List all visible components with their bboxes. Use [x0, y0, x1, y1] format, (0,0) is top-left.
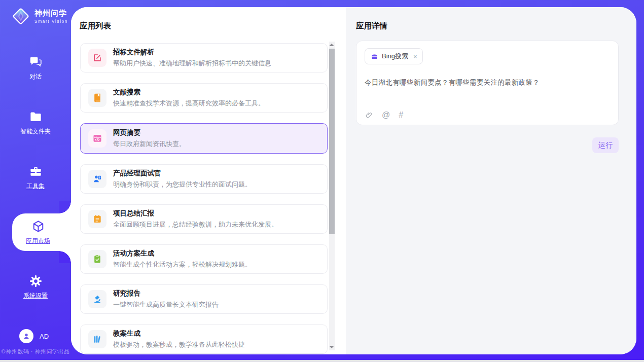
app-card-description: 帮助用户快速、准确地理解和解析招标书中的关键信息 [113, 59, 271, 68]
tool-tag-label: Bing搜索 [382, 52, 408, 61]
hash-icon[interactable]: # [399, 111, 403, 119]
main-content: 应用列表 招标文件解析 帮助用户快速、准确地理解和解析招标书中的关键信息 文献搜… [71, 7, 636, 354]
brand-logo: 神州问学 Smart Vision [0, 0, 71, 26]
app-card-title: 项目总结汇报 [113, 209, 278, 218]
sidebar-item-label: 系统设置 [23, 292, 48, 300]
user-account[interactable]: AD [19, 329, 49, 343]
tool-tag-bing-search[interactable]: Bing搜索 × [365, 48, 423, 64]
chat-icon [29, 55, 43, 69]
edit-square-icon [88, 49, 106, 67]
app-card-title: 文献搜索 [113, 88, 265, 97]
app-card[interactable]: 项目总结汇报 全面回顾项目进展，总结经验教训，助力未来优化发展。 [80, 204, 328, 234]
app-card[interactable]: 招标文件解析 帮助用户快速、准确地理解和解析招标书中的关键信息 [80, 43, 328, 73]
clipboard-check-icon [88, 250, 106, 268]
sidebar: 神州问学 Smart Vision 对话 智能文件夹 工具集 [0, 0, 71, 360]
app-card[interactable]: 教案生成 模板驱动，教案秒成，教学准备从此轻松快捷 [80, 324, 328, 354]
app-detail-title: 应用详情 [356, 21, 387, 31]
run-button[interactable]: 运行 [592, 137, 619, 153]
app-card-description: 明确身份和职责，为您提供专业性的面试问题。 [113, 180, 252, 189]
folder-icon [29, 110, 43, 124]
app-card-title: 教案生成 [113, 329, 245, 338]
sidebar-item-chat[interactable]: 对话 [0, 49, 71, 87]
app-card-description: 模板驱动，教案秒成，教学准备从此轻松快捷 [113, 340, 245, 349]
brand-diamond-icon [11, 7, 30, 26]
scroll-down-arrow-icon[interactable] [329, 346, 334, 348]
at-icon[interactable]: @ [382, 111, 390, 119]
cube-icon [31, 220, 45, 233]
app-card-title: 活动方案生成 [113, 249, 252, 258]
close-icon[interactable]: × [413, 53, 417, 60]
app-card[interactable]: 网页摘要 每日政府新闻资讯快查。 [80, 123, 328, 154]
person-icon [22, 332, 31, 341]
app-card-title: 研究报告 [113, 289, 219, 298]
copyright-text: ©神州数码 · 神州问学出品 [0, 348, 71, 355]
bottom-strip [0, 360, 644, 362]
sidebar-item-label: 智能文件夹 [20, 127, 51, 136]
brand-subtitle: Smart Vision [34, 19, 68, 24]
interviewer-icon [88, 170, 106, 188]
app-card-title: 产品经理面试官 [113, 169, 252, 178]
book-icon [88, 89, 106, 107]
scrollbar[interactable] [329, 42, 335, 350]
gear-icon [29, 274, 43, 288]
app-card-description: 智能生成个性化活动方案，轻松解决规划难题。 [113, 260, 252, 269]
brand-name: 神州问学 [34, 9, 68, 18]
sidebar-nav: 对话 智能文件夹 工具集 应用市场 [0, 49, 71, 323]
app-detail-panel: 应用详情 Bing搜索 × 今日湖北有哪些新闻要点？有哪些需要关注的最新政策？ … [346, 7, 636, 354]
sidebar-item-app-market[interactable]: 应用市场 [12, 213, 71, 251]
sidebar-item-label: 对话 [29, 73, 42, 81]
sidebar-item-smart-folders[interactable]: 智能文件夹 [0, 104, 71, 141]
toolbox-icon [29, 165, 43, 178]
app-card-description: 每日政府新闻资讯快查。 [113, 139, 186, 149]
avatar [19, 329, 33, 343]
user-name: AD [40, 333, 49, 340]
app-card-list: 招标文件解析 帮助用户快速、准确地理解和解析招标书中的关键信息 文献搜索 快速精… [80, 43, 328, 354]
report-note-icon [88, 210, 106, 228]
sidebar-item-toolset[interactable]: 工具集 [0, 159, 71, 196]
paperclip-icon[interactable] [365, 111, 373, 119]
app-card[interactable]: 产品经理面试官 明确身份和职责，为您提供专业性的面试问题。 [80, 164, 328, 194]
books-icon [88, 330, 106, 348]
app-card[interactable]: 研究报告 一键智能生成高质量长文本研究报告 [80, 284, 328, 314]
app-card[interactable]: 活动方案生成 智能生成个性化活动方案，轻松解决规划难题。 [80, 244, 328, 274]
scroll-up-arrow-icon[interactable] [329, 44, 334, 46]
browser-code-icon [88, 129, 106, 148]
microscope-icon [88, 290, 106, 308]
sidebar-item-label: 应用市场 [26, 237, 50, 245]
app-card-description: 快速精准查找学术资源，提高研究效率的必备工具。 [113, 99, 265, 108]
app-card[interactable]: 文献搜索 快速精准查找学术资源，提高研究效率的必备工具。 [80, 83, 328, 113]
composer-toolbar: @ # [365, 111, 403, 119]
scrollbar-thumb[interactable] [329, 49, 335, 234]
sidebar-item-settings[interactable]: 系统设置 [0, 268, 71, 306]
prompt-composer[interactable]: Bing搜索 × 今日湖北有哪些新闻要点？有哪些需要关注的最新政策？ @ # [356, 41, 619, 125]
briefcase-icon [371, 53, 378, 60]
app-list-panel: 应用列表 招标文件解析 帮助用户快速、准确地理解和解析招标书中的关键信息 文献搜… [71, 7, 346, 354]
app-card-description: 全面回顾项目进展，总结经验教训，助力未来优化发展。 [113, 220, 278, 229]
sidebar-item-label: 工具集 [26, 182, 45, 191]
app-list-title: 应用列表 [80, 21, 111, 31]
query-text[interactable]: 今日湖北有哪些新闻要点？有哪些需要关注的最新政策？ [365, 78, 610, 87]
app-card-title: 招标文件解析 [113, 48, 271, 57]
app-card-description: 一键智能生成高质量长文本研究报告 [113, 300, 219, 309]
app-card-title: 网页摘要 [113, 128, 186, 137]
